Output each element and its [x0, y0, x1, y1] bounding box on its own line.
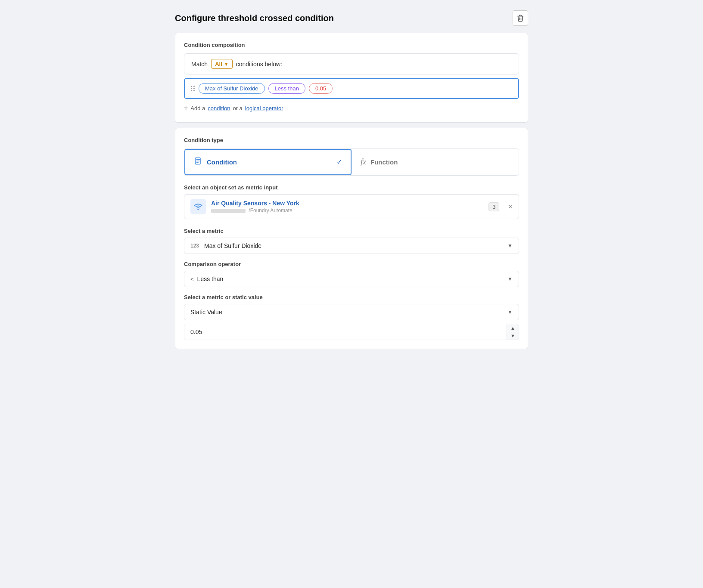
- object-badge: 3: [488, 202, 499, 211]
- drag-dot: [193, 90, 195, 91]
- trash-icon: [516, 14, 524, 22]
- drag-dot: [191, 86, 192, 87]
- comparison-lt-icon: <: [190, 276, 194, 282]
- spinner-down-button[interactable]: ▼: [507, 332, 519, 340]
- static-value-label: Select a metric or static value: [184, 294, 519, 300]
- metric-num-icon: 123: [190, 243, 199, 249]
- drag-dot: [193, 86, 195, 87]
- match-chevron-icon: ▼: [224, 62, 229, 67]
- condition-composition-card: Condition composition Match All ▼ condit…: [175, 33, 528, 123]
- match-label: Match: [191, 61, 208, 68]
- add-text: Add a: [190, 105, 205, 111]
- static-value-type: Static Value: [190, 309, 504, 316]
- page-header: Configure threshold crossed condition: [175, 10, 528, 26]
- object-path-suffix: /Foundry Automate: [249, 207, 292, 214]
- add-logical-operator-link[interactable]: logical operator: [245, 105, 283, 111]
- object-name: Air Quality Sensors - New York: [211, 200, 483, 207]
- metric-select[interactable]: 123 Max of Sulfur Dioxide ▼: [184, 238, 519, 254]
- conditions-below-text: conditions below:: [236, 61, 282, 68]
- spinner-up-button[interactable]: ▲: [507, 324, 519, 332]
- metric-chevron-icon: ▼: [507, 243, 513, 249]
- page-title: Configure threshold crossed condition: [175, 13, 334, 23]
- type-option-condition[interactable]: Condition ✓: [184, 149, 352, 175]
- condition-tag-operator[interactable]: Less than: [268, 83, 305, 94]
- plus-icon: +: [184, 104, 188, 112]
- static-value-type-select[interactable]: Static Value ▼: [184, 304, 519, 320]
- drag-handle: [191, 86, 195, 91]
- object-path-blur: [211, 209, 246, 213]
- condition-check-icon: ✓: [336, 158, 342, 166]
- static-value-chevron-icon: ▼: [507, 309, 513, 315]
- svg-point-4: [198, 209, 199, 210]
- type-option-function[interactable]: fx Function: [352, 149, 519, 175]
- comparison-label: Comparison operator: [184, 261, 519, 267]
- delete-button[interactable]: [513, 10, 528, 26]
- function-fx-icon: fx: [361, 158, 366, 167]
- static-value-input-row: ▲ ▼: [184, 324, 519, 340]
- condition-type-grid: Condition ✓ fx Function: [184, 149, 519, 176]
- static-value-input[interactable]: [184, 324, 507, 340]
- condition-row: Max of Sulfur Dioxide Less than 0.05: [184, 78, 519, 99]
- object-info: Air Quality Sensors - New York /Foundry …: [211, 200, 483, 214]
- drag-dot: [191, 90, 192, 91]
- condition-composition-label: Condition composition: [184, 42, 519, 48]
- object-set-label: Select an object set as metric input: [184, 184, 519, 191]
- spinner-buttons: ▲ ▼: [507, 324, 519, 340]
- condition-type-label-condition: Condition: [207, 158, 237, 166]
- object-set-icon: [190, 199, 206, 214]
- condition-tag-metric[interactable]: Max of Sulfur Dioxide: [199, 83, 265, 94]
- match-row: Match All ▼ conditions below:: [184, 53, 519, 74]
- comparison-select[interactable]: < Less than ▼: [184, 271, 519, 287]
- drag-dot: [193, 88, 195, 89]
- metric-label: Select a metric: [184, 228, 519, 234]
- add-separator: or a: [233, 105, 242, 111]
- add-condition-row: + Add a condition or a logical operator: [184, 102, 519, 114]
- condition-type-label-function: Function: [370, 158, 398, 166]
- object-close-button[interactable]: ×: [508, 202, 513, 211]
- drag-dot: [191, 88, 192, 89]
- comparison-chevron-icon: ▼: [507, 276, 513, 282]
- match-select[interactable]: All ▼: [211, 59, 233, 69]
- condition-doc-icon: [194, 157, 202, 167]
- condition-tag-value[interactable]: 0.05: [309, 83, 333, 94]
- condition-type-card: Condition type Condition ✓ fx Funct: [175, 128, 528, 349]
- match-value: All: [215, 61, 222, 67]
- object-set-box: Air Quality Sensors - New York /Foundry …: [184, 194, 519, 219]
- object-path: /Foundry Automate: [211, 207, 483, 214]
- add-condition-link[interactable]: condition: [208, 105, 230, 111]
- condition-type-label: Condition type: [184, 137, 519, 143]
- metric-value: Max of Sulfur Dioxide: [204, 242, 504, 249]
- comparison-value: Less than: [197, 275, 504, 282]
